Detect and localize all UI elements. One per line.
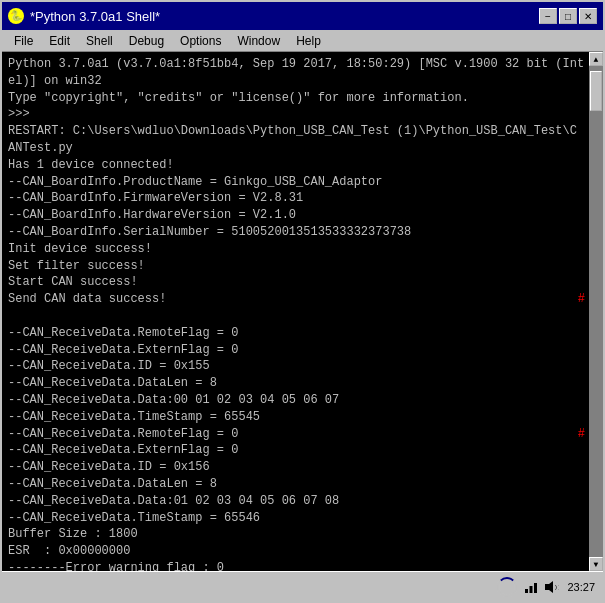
terminal-line: ESR : 0x00000000 [8,543,587,560]
scrollbar-vertical[interactable]: ▲ ▼ [589,52,603,571]
terminal-line: Has 1 device connected! [8,157,587,174]
taskbar: )) 23:27 [2,571,603,601]
svg-rect-1 [530,586,533,593]
menu-help[interactable]: Help [288,32,329,50]
scroll-down-button[interactable]: ▼ [589,557,603,571]
terminal-line: Python 3.7.0a1 (v3.7.0a1:8f51bb4, Sep 19… [8,56,587,73]
taskbar-icons: )) [523,579,559,595]
terminal-line: --CAN_BoardInfo.HardwareVersion = V2.1.0 [8,207,587,224]
svg-text:)): )) [554,584,559,591]
terminal-line [8,308,587,325]
terminal-line: --CAN_BoardInfo.FirmwareVersion = V2.8.3… [8,190,587,207]
app-icon: 🐍 [8,8,24,24]
terminal-line: --CAN_BoardInfo.ProductName = Ginkgo_USB… [8,174,587,191]
terminal-line: --CAN_ReceiveData.TimeStamp = 65546 [8,510,587,527]
system-clock: 23:27 [567,581,595,593]
clock-display: 23:27 [567,581,595,593]
title-controls: − □ ✕ [539,8,597,24]
menu-options[interactable]: Options [172,32,229,50]
terminal-line: --CAN_ReceiveData.TimeStamp = 65545 [8,409,587,426]
terminal-line: Send CAN data success!# [8,291,587,308]
loading-spinner [497,577,517,597]
scrollbar-thumb[interactable] [590,71,602,111]
terminal-line: --CAN_ReceiveData.ExternFlag = 0 [8,442,587,459]
maximize-button[interactable]: □ [559,8,577,24]
terminal-line: --CAN_ReceiveData.ID = 0x156 [8,459,587,476]
terminal-line: Start CAN success! [8,274,587,291]
speaker-icon: )) [543,579,559,595]
minimize-button[interactable]: − [539,8,557,24]
terminal-line: --CAN_ReceiveData.Data:00 01 02 03 04 05… [8,392,587,409]
error-marker: # [578,426,585,443]
network-icon [523,579,539,595]
terminal-output[interactable]: Python 3.7.0a1 (v3.7.0a1:8f51bb4, Sep 19… [2,52,603,571]
main-window: 🐍 *Python 3.7.0a1 Shell* − □ ✕ File Edit… [0,0,605,603]
terminal-line: >>> [8,106,587,123]
terminal-line: Init device success! [8,241,587,258]
window-title: *Python 3.7.0a1 Shell* [30,9,160,24]
menu-shell[interactable]: Shell [78,32,121,50]
menu-bar: File Edit Shell Debug Options Window Hel… [2,30,603,52]
terminal-line: --CAN_ReceiveData.Data:01 02 03 04 05 06… [8,493,587,510]
terminal-line: --CAN_ReceiveData.ID = 0x155 [8,358,587,375]
menu-file[interactable]: File [6,32,41,50]
terminal-line: Type "copyright", "credits" or "license(… [8,90,587,107]
svg-rect-0 [525,589,528,593]
terminal-line: --CAN_ReceiveData.DataLen = 8 [8,375,587,392]
terminal-line: Buffer Size : 1800 [8,526,587,543]
scrollbar-track [589,66,603,557]
terminal-line: --CAN_ReceiveData.DataLen = 8 [8,476,587,493]
terminal-line: Set filter success! [8,258,587,275]
terminal-line: --------Error warning flag : 0 [8,560,587,571]
scroll-up-button[interactable]: ▲ [589,52,603,66]
terminal-line: --CAN_BoardInfo.SerialNumber = 510052001… [8,224,587,241]
terminal-line: RESTART: C:\Users\wdluo\Downloads\Python… [8,123,587,140]
terminal-line: --CAN_ReceiveData.RemoteFlag = 0 [8,426,587,443]
svg-rect-2 [534,583,537,593]
terminal-line: --CAN_ReceiveData.RemoteFlag = 0 [8,325,587,342]
terminal-line: --CAN_ReceiveData.ExternFlag = 0 [8,342,587,359]
menu-debug[interactable]: Debug [121,32,172,50]
terminal-line: el)] on win32 [8,73,587,90]
close-button[interactable]: ✕ [579,8,597,24]
title-bar: 🐍 *Python 3.7.0a1 Shell* − □ ✕ [2,2,603,30]
menu-window[interactable]: Window [229,32,288,50]
error-marker: # [578,291,585,308]
menu-edit[interactable]: Edit [41,32,78,50]
svg-marker-3 [545,581,553,593]
title-bar-left: 🐍 *Python 3.7.0a1 Shell* [8,8,160,24]
terminal-line: ANTest.py [8,140,587,157]
